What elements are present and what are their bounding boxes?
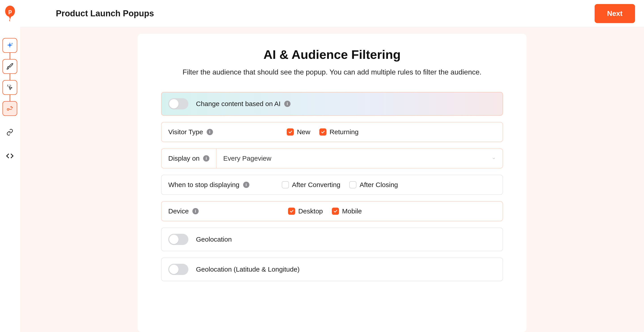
stop-options: After Converting After Closing: [282, 181, 398, 189]
rail-code-icon[interactable]: [2, 148, 17, 163]
chevron-down-icon: [492, 156, 496, 160]
geolocation-latlng-toggle[interactable]: [168, 264, 188, 275]
mobile-label: Mobile: [342, 207, 362, 215]
device-label: Device i: [168, 207, 199, 215]
ai-toggle[interactable]: [168, 98, 188, 109]
next-button[interactable]: Next: [594, 4, 635, 23]
filters: Change content based on AI i Visitor Typ…: [161, 92, 503, 281]
display-on-label-text: Display on: [168, 154, 200, 162]
info-icon[interactable]: i: [243, 182, 250, 188]
filter-device: Device i Desktop: [161, 201, 503, 221]
display-on-select[interactable]: Every Pageview: [216, 149, 502, 168]
filter-display-on: Display on i Every Pageview: [161, 148, 503, 169]
visitor-type-label: Visitor Type i: [168, 128, 213, 136]
info-icon[interactable]: i: [203, 155, 210, 161]
checkbox-desktop[interactable]: Desktop: [288, 207, 323, 215]
checkmark-icon: [288, 208, 295, 215]
canvas-inner: AI & Audience Filtering Filter the audie…: [70, 34, 594, 332]
info-icon[interactable]: i: [284, 101, 290, 107]
visitor-type-label-text: Visitor Type: [168, 128, 203, 136]
filter-geolocation-latlng: Geolocation (Latitude & Longitude): [161, 257, 503, 281]
filter-visitor-type: Visitor Type i New: [161, 122, 503, 142]
checkmark-icon: [319, 128, 326, 135]
geolocation-latlng-label-text: Geolocation (Latitude & Longitude): [196, 266, 300, 273]
checkbox-returning[interactable]: Returning: [319, 128, 359, 136]
after-closing-label: After Closing: [360, 181, 398, 189]
header-bar: p Product Launch Popups Next: [0, 0, 644, 27]
stop-label-text: When to stop displaying: [168, 181, 240, 189]
checkmark-icon: [287, 128, 294, 135]
section-subtitle: Filter the audience that should see the …: [151, 68, 513, 76]
checkbox-returning-label: Returning: [330, 128, 359, 136]
info-icon[interactable]: i: [192, 208, 199, 214]
rail-connector: [10, 53, 10, 59]
device-options: Desktop Mobile: [288, 207, 362, 215]
device-label-text: Device: [168, 207, 189, 215]
geolocation-label: Geolocation: [196, 236, 232, 243]
checkbox-after-converting[interactable]: After Converting: [282, 181, 340, 189]
app-logo[interactable]: p: [4, 6, 16, 21]
filter-geolocation: Geolocation: [161, 228, 503, 251]
ai-label: Change content based on AI i: [196, 100, 290, 108]
filter-stop: When to stop displaying i After Converti…: [161, 175, 503, 195]
rail-rocket-icon[interactable]: [2, 59, 17, 74]
svg-point-2: [7, 108, 9, 110]
geolocation-toggle[interactable]: [168, 234, 188, 245]
svg-text:p: p: [8, 8, 12, 15]
header-left: p Product Launch Popups: [4, 6, 154, 21]
page-title: Product Launch Popups: [56, 9, 154, 18]
section-title: AI & Audience Filtering: [151, 47, 513, 62]
main-layout: AI & Audience Filtering Filter the audie…: [0, 27, 644, 332]
stop-label: When to stop displaying i: [168, 181, 250, 189]
rail-cursor-click-icon[interactable]: [2, 80, 17, 95]
geolocation-latlng-label: Geolocation (Latitude & Longitude): [196, 266, 300, 273]
info-icon[interactable]: i: [207, 129, 213, 135]
ai-label-text: Change content based on AI: [196, 100, 281, 108]
checkbox-after-closing[interactable]: After Closing: [349, 181, 398, 189]
rail-link-icon[interactable]: [2, 125, 17, 140]
canvas-wrapper: AI & Audience Filtering Filter the audie…: [20, 27, 644, 332]
filter-ai: Change content based on AI i: [161, 92, 503, 116]
display-on-value: Every Pageview: [223, 154, 271, 162]
main-card: AI & Audience Filtering Filter the audie…: [138, 34, 526, 332]
after-converting-label: After Converting: [292, 181, 340, 189]
display-on-label: Display on i: [162, 149, 216, 168]
rail-trigger-icon[interactable]: [2, 101, 17, 116]
visitor-type-options: New Returning: [287, 128, 359, 136]
rail-connector: [10, 95, 10, 101]
checkmark-icon: [332, 208, 339, 215]
checkbox-new[interactable]: New: [287, 128, 310, 136]
geolocation-label-text: Geolocation: [196, 236, 232, 243]
rail-connector: [10, 74, 10, 80]
checkbox-mobile[interactable]: Mobile: [332, 207, 362, 215]
empty-checkbox-icon: [282, 181, 289, 188]
empty-checkbox-icon: [349, 181, 356, 188]
rail-sparkle-icon[interactable]: [2, 38, 17, 53]
side-rail: [0, 27, 20, 332]
desktop-label: Desktop: [298, 207, 323, 215]
checkbox-new-label: New: [297, 128, 310, 136]
